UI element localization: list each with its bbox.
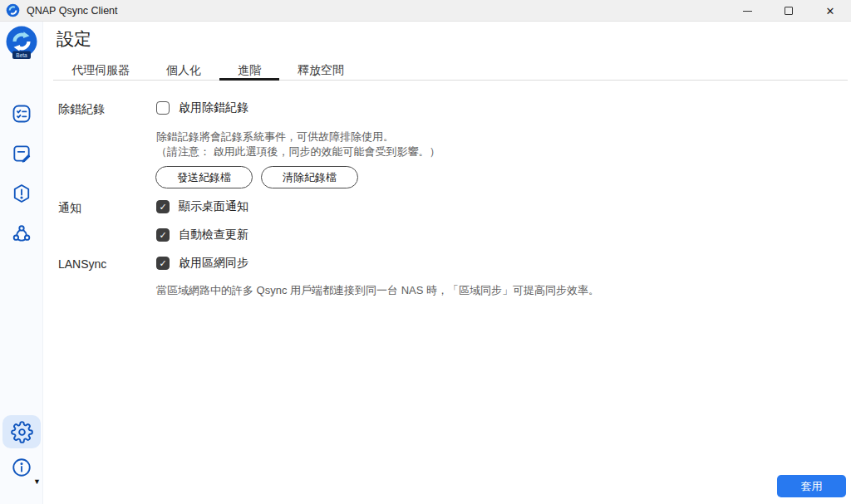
checkbox-label: 啟用除錯紀錄 [179, 100, 248, 115]
qsync-beta-logo: Beta [3, 25, 40, 61]
qsync-client-window: QNAP Qsync Client ✕ Beta [0, 0, 851, 504]
close-button[interactable]: ✕ [809, 0, 851, 22]
check-icon: ✓ [159, 259, 166, 268]
minimize-icon [743, 11, 752, 12]
debug-log-description: 除錯記錄將會記錄系統事件，可供故障排除使用。 （請注意： 啟用此選項後，同步的效… [156, 130, 440, 159]
window-title: QNAP Qsync Client [27, 5, 118, 17]
sidebar-item-settings[interactable] [2, 415, 41, 448]
gear-icon [11, 421, 33, 443]
sidebar-item-about[interactable] [11, 457, 32, 478]
checkbox-box[interactable] [156, 101, 170, 115]
qnap-logo-icon [6, 3, 20, 17]
hexagon-exclamation-icon [11, 183, 32, 204]
close-icon: ✕ [826, 5, 835, 17]
sidebar-item-sync-status[interactable] [11, 103, 32, 125]
checkbox-auto-check-updates[interactable]: ✓ 自動檢查更新 [156, 228, 248, 242]
checkbox-label: 啟用區網同步 [179, 256, 248, 271]
tab-advanced[interactable]: 進階 [219, 61, 279, 80]
settings-tab-bar: 代理伺服器 個人化 進階 釋放空間 [53, 61, 848, 81]
info-icon [11, 457, 32, 478]
chevron-down-icon[interactable]: ▼ [33, 478, 41, 486]
check-icon: ✓ [159, 203, 166, 212]
checkbox-box[interactable]: ✓ [156, 257, 170, 270]
lansync-section-label: LANSync [58, 257, 106, 271]
debug-log-section-label: 除錯紀錄 [58, 102, 105, 117]
sidebar-item-alerts[interactable] [11, 183, 32, 204]
send-log-button[interactable]: 發送紀錄檔 [155, 166, 253, 188]
checkbox-box[interactable]: ✓ [156, 200, 170, 213]
checkbox-box[interactable]: ✓ [156, 228, 170, 242]
check-icon: ✓ [159, 231, 166, 240]
maximize-icon [785, 7, 793, 15]
window-controls: ✕ [726, 0, 851, 22]
debug-log-description-line1: 除錯記錄將會記錄系統事件，可供故障排除使用。 [156, 130, 440, 144]
debug-log-description-line2: （請注意： 啟用此選項後，同步的效能可能會受到影響。） [156, 144, 440, 159]
checkbox-enable-debug-log[interactable]: 啟用除錯紀錄 [156, 100, 248, 115]
checkbox-enable-lan-sync[interactable]: ✓ 啟用區網同步 [156, 256, 248, 271]
checkbox-show-desktop-notifications[interactable]: ✓ 顯示桌面通知 [156, 199, 248, 214]
beta-badge: Beta [16, 52, 27, 58]
apply-button[interactable]: 套用 [777, 475, 846, 497]
tab-personalization[interactable]: 個人化 [148, 61, 219, 80]
sidebar-item-logs[interactable] [11, 143, 32, 164]
checklist-icon [11, 103, 32, 125]
page-title: 設定 [57, 27, 91, 51]
notifications-section-label: 通知 [58, 201, 81, 216]
tab-proxy-server[interactable]: 代理伺服器 [53, 61, 148, 80]
checkbox-label: 自動檢查更新 [179, 228, 248, 242]
note-icon [11, 143, 32, 164]
share-network-icon [11, 223, 32, 244]
minimize-button[interactable] [726, 0, 768, 22]
title-bar: QNAP Qsync Client ✕ [0, 0, 851, 22]
tab-free-up-space[interactable]: 釋放空間 [279, 61, 362, 80]
lansync-description: 當區域網路中的許多 Qsync 用戶端都連接到同一台 NAS 時，「區域同步」可… [156, 283, 599, 298]
clear-log-button[interactable]: 清除紀錄檔 [261, 166, 358, 188]
sidebar: Beta [0, 22, 43, 504]
checkbox-label: 顯示桌面通知 [179, 199, 248, 214]
log-buttons-row: 發送紀錄檔 清除紀錄檔 [155, 166, 358, 188]
maximize-button[interactable] [768, 0, 809, 22]
sidebar-item-share[interactable] [11, 223, 32, 244]
